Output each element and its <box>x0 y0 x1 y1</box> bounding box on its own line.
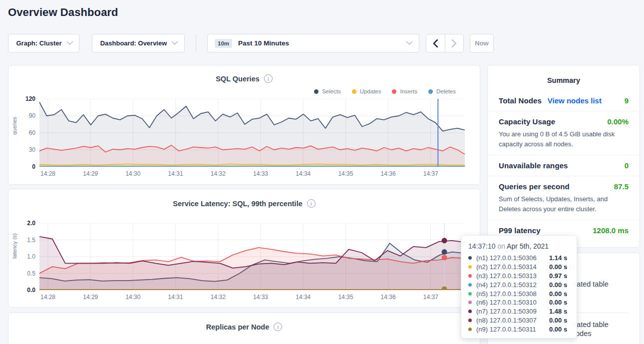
legend-label: Inserts <box>400 88 417 94</box>
graph-dropdown-label: Graph: Cluster <box>16 39 61 47</box>
legend-label: Selects <box>322 88 341 94</box>
time-range-label: Past 10 Minutes <box>238 39 289 47</box>
summary-item-description: You are using 0 B of 4.5 GiB usable disk… <box>499 129 629 149</box>
summary-item-value: 0 <box>625 161 629 170</box>
legend-label: Updates <box>360 88 381 94</box>
chevron-down-icon <box>66 38 73 45</box>
y-axis-tick-label: 0.0 <box>14 287 35 294</box>
tooltip-node-value: 0.00 s <box>549 263 567 271</box>
y-axis-tick-label: 2.0 <box>14 220 35 227</box>
tooltip-node-row: (n8) 127.0.0.1:503070.00 s <box>468 316 570 325</box>
legend-item-deletes: Deletes <box>428 88 456 94</box>
summary-item: Capacity Usage0.00%You are using 0 B of … <box>488 111 640 155</box>
graph-dropdown[interactable]: Graph: Cluster <box>8 34 79 52</box>
summary-item-value: 0.00% <box>607 117 629 126</box>
hover-point-dot <box>442 249 447 255</box>
x-axis-tick-label: 14:33 <box>249 294 272 301</box>
tooltip-node-label: (n5) 127.0.0.1:50308 <box>476 290 549 298</box>
chart-title: Service Latency: SQL, 99th percentile <box>173 200 303 208</box>
x-axis-tick-label: 14:28 <box>36 170 59 177</box>
chart-title-row: SQL Queries i <box>8 74 480 83</box>
x-axis-tick-label: 14:36 <box>377 170 400 177</box>
summary-item-value: 1208.0 ms <box>593 226 629 235</box>
tooltip-node-row: (n3) 127.0.0.1:503130.97 s <box>468 272 570 281</box>
summary-item-label: P99 latency <box>499 226 541 235</box>
tooltip-node-row: (n6) 127.0.0.1:503100.00 s <box>468 298 570 307</box>
event-item-text: eated table <box>573 321 609 329</box>
y-axis-title: latency (s) <box>11 254 17 259</box>
dashboard-dropdown[interactable]: Dashboard: Overview <box>92 34 185 52</box>
chart-title-row: Service Latency: SQL, 99th percentile i <box>8 199 480 208</box>
tooltip-node-row: (n1) 127.0.0.1:503061.14 s <box>468 254 570 263</box>
tooltip-node-label: (n7) 127.0.0.1:50309 <box>476 308 549 315</box>
legend-label: Deletes <box>436 88 456 94</box>
tooltip-node-label: (n6) 127.0.0.1:50310 <box>476 299 549 306</box>
x-axis-tick-label: 14:37 <box>419 170 442 177</box>
next-range-button[interactable] <box>445 34 464 52</box>
hover-point-dot <box>442 255 447 261</box>
event-item-text: odes <box>576 330 591 338</box>
chart-title: Replicas per Node <box>206 323 270 331</box>
info-icon[interactable]: i <box>274 323 282 331</box>
now-button[interactable]: Now <box>470 34 494 52</box>
service-latency-chart-card: Service Latency: SQL, 99th percentile i … <box>8 189 480 308</box>
chevron-left-icon <box>433 39 438 47</box>
info-icon[interactable]: i <box>264 74 273 83</box>
summary-item: Unavailable ranges0 <box>488 155 640 176</box>
node-color-dot-icon <box>468 274 472 278</box>
summary-items: Total NodesView nodes list9Capacity Usag… <box>488 90 640 241</box>
chart-legend: SelectsUpdatesInsertsDeletes <box>314 88 456 94</box>
chart-title-row: Replicas per Node i <box>8 323 480 331</box>
legend-dot-icon <box>314 89 319 94</box>
legend-item-selects: Selects <box>314 88 341 94</box>
summary-item-label: Queries per second <box>499 182 570 191</box>
tooltip-node-label: (n2) 127.0.0.1:50314 <box>476 263 549 271</box>
x-axis-tick-label: 14:32 <box>207 170 230 177</box>
time-range-picker[interactable]: 10m Past 10 Minutes <box>207 34 419 52</box>
summary-item: Total NodesView nodes list9 <box>488 90 640 111</box>
now-button-label: Now <box>475 39 488 47</box>
x-axis-tick-label: 14:29 <box>79 294 102 301</box>
time-range-badge: 10m <box>215 39 232 48</box>
y-axis-tick-label: 90 <box>14 112 35 119</box>
chart-hover-tooltip: 14:37:10 on Apr 5th, 2021 (n1) 127.0.0.1… <box>461 235 577 339</box>
legend-item-updates: Updates <box>352 88 381 94</box>
legend-dot-icon <box>428 89 433 94</box>
summary-panel: Summary Total NodesView nodes list9Capac… <box>487 65 640 248</box>
y-axis-title: queries <box>11 130 17 135</box>
tooltip-node-row: (n5) 127.0.0.1:503080.00 s <box>468 289 570 298</box>
event-item-text: eated table <box>573 280 609 288</box>
tooltip-node-label: (n3) 127.0.0.1:50313 <box>476 272 549 280</box>
x-axis-tick-label: 14:35 <box>334 294 357 301</box>
x-axis-tick-label: 14:28 <box>36 294 59 301</box>
replicas-per-node-chart-card: Replicas per Node i <box>8 313 480 344</box>
x-axis-tick-label: 14:31 <box>164 294 187 301</box>
chart-plot[interactable] <box>39 223 465 290</box>
summary-item-row: Queries per second87.5 <box>499 182 629 191</box>
sql-queries-chart-card: SQL Queries i SelectsUpdatesInsertsDelet… <box>8 65 480 185</box>
tooltip-timestamp: 14:37:10 on Apr 5th, 2021 <box>468 242 570 250</box>
summary-title: Summary <box>488 65 640 90</box>
tooltip-node-row: (n9) 127.0.0.1:503110.00 s <box>468 325 570 334</box>
y-axis-tick-label: 30 <box>14 146 35 153</box>
tooltip-node-value: 1.14 s <box>549 254 567 262</box>
legend-item-inserts: Inserts <box>392 88 417 94</box>
time-range-arrows <box>426 34 464 52</box>
summary-item-description: Sum of Selects, Updates, Inserts, and De… <box>499 194 629 214</box>
node-color-dot-icon <box>468 256 472 260</box>
tooltip-node-row: (n4) 127.0.0.1:503120.00 s <box>468 280 570 289</box>
tooltip-node-row: (n2) 127.0.0.1:503140.00 s <box>468 263 570 272</box>
x-axis-tick-label: 14:30 <box>121 294 144 301</box>
summary-item-label: Unavailable ranges <box>499 161 568 170</box>
chart-plot[interactable] <box>39 99 465 167</box>
tooltip-node-value: 1.48 s <box>549 308 567 315</box>
summary-item-value: 9 <box>625 96 629 105</box>
info-icon[interactable]: i <box>307 199 316 208</box>
node-color-dot-icon <box>468 310 472 313</box>
prev-range-button[interactable] <box>426 34 445 52</box>
y-axis-tick-label: 120 <box>14 95 35 102</box>
tooltip-node-rows: (n1) 127.0.0.1:503061.14 s(n2) 127.0.0.1… <box>468 254 570 334</box>
x-axis-tick-label: 14:34 <box>292 294 315 301</box>
view-nodes-list-link[interactable]: View nodes list <box>548 96 602 105</box>
summary-item-label: Capacity Usage <box>499 117 555 126</box>
